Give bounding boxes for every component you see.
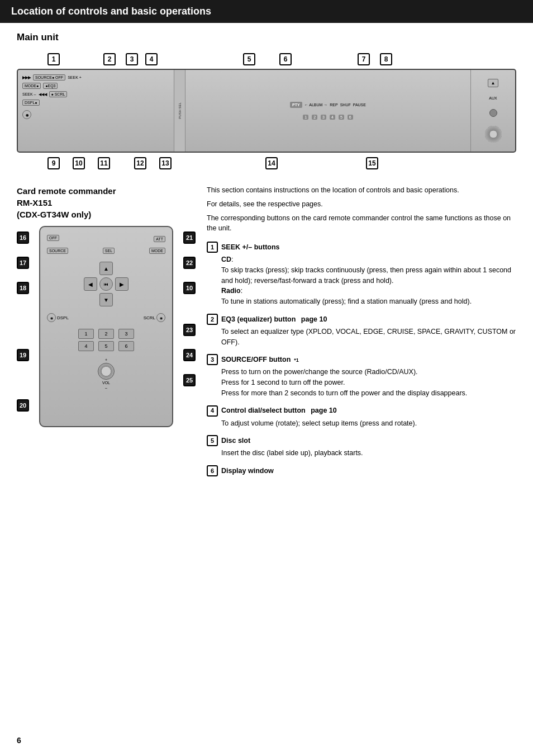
callout-15: 15 xyxy=(366,157,378,169)
item-1-title: SEEK +/– buttons xyxy=(221,242,280,253)
main-unit-title: Main unit xyxy=(17,32,516,43)
remote-body: OFF ATT SOURCE SEL MODE xyxy=(39,226,173,427)
remote-diagram-wrapper: 16 17 18 19 20 OFF ATT xyxy=(17,226,196,427)
item-6-title: Display window xyxy=(221,466,274,476)
rc-callout-25: 25 xyxy=(183,374,196,386)
item-1-cd-label: CD xyxy=(221,256,231,263)
item-3-body: Press to turn on the power/change the so… xyxy=(221,367,516,398)
item-4-block: 4 Control dial/select button page 10 To … xyxy=(207,405,516,429)
item-1-radio-label: Radio xyxy=(221,287,241,295)
page-number: 6 xyxy=(17,736,21,745)
item-2-title: EQ3 (equalizer) button xyxy=(221,314,296,325)
callout-9: 9 xyxy=(47,157,60,169)
num-btn-2[interactable]: 2 xyxy=(98,329,114,339)
sel-btn[interactable]: SEL xyxy=(103,248,115,254)
bottom-callouts-row: 9 10 11 12 13 14 15 xyxy=(17,154,516,174)
vol-dial[interactable] xyxy=(98,363,115,380)
mode-btn[interactable]: MODE xyxy=(149,248,165,254)
item-4-header: 4 Control dial/select button page 10 xyxy=(207,405,516,417)
dpad-left[interactable]: ◀ xyxy=(84,277,97,291)
dpad-center[interactable]: ⏮ xyxy=(99,277,113,291)
rc-callout-22: 22 xyxy=(183,257,196,269)
item-1-num: 1 xyxy=(207,242,218,253)
remote-top-row: OFF ATT xyxy=(47,234,165,242)
item-2-header: 2 EQ3 (equalizer) button page 10 xyxy=(207,314,516,325)
remote-dpad: ▲ ◀ ⏮ ▶ ▼ xyxy=(47,262,165,306)
item-6-num: 6 xyxy=(207,465,218,476)
dial-button[interactable]: ◉ xyxy=(22,110,31,119)
callout-5: 5 xyxy=(243,53,255,65)
item-3-block: 3 SOURCE/OFF button*1 Press to turn on t… xyxy=(207,354,516,398)
top-callouts-row: 1 2 3 4 5 6 7 8 xyxy=(17,49,516,69)
mode-button[interactable]: MODE● xyxy=(22,83,41,89)
disc-icon xyxy=(485,126,502,143)
item-2-body: To select an equalizer type (XPLOD, VOCA… xyxy=(221,327,516,348)
off-button[interactable]: OFF xyxy=(47,235,59,241)
rc-callout-20: 20 xyxy=(17,399,29,412)
num-btn-3[interactable]: 3 xyxy=(118,329,134,339)
two-column-layout: Card remote commander RM-X151 (CDX-GT34W… xyxy=(17,185,516,483)
item-1-body: CD: To skip tracks (press); skip tracks … xyxy=(221,254,516,307)
num-btn-4[interactable]: 4 xyxy=(78,341,94,351)
source-button[interactable]: SOURCE● OFF xyxy=(33,74,65,81)
eq3-button[interactable]: ●EQ3 xyxy=(43,83,58,89)
num-btn-5[interactable]: 5 xyxy=(98,341,114,351)
callout-2: 2 xyxy=(103,53,116,65)
dspl-remote-btn[interactable]: ◉ xyxy=(47,313,56,322)
att-button[interactable]: ATT xyxy=(154,236,165,242)
item-5-title: Disc slot xyxy=(221,436,250,446)
instructions-area: This section contains instructions on th… xyxy=(207,185,516,476)
remote-number-btns: 1 2 3 4 5 6 xyxy=(47,329,165,351)
item-2-block: 2 EQ3 (equalizer) button page 10 To sele… xyxy=(207,314,516,348)
callout-14: 14 xyxy=(265,157,278,169)
dpad-down[interactable]: ▼ xyxy=(99,293,113,306)
source-btn[interactable]: SOURCE xyxy=(47,248,68,254)
callout-7: 7 xyxy=(358,53,370,65)
item-3-title: SOURCE/OFF button xyxy=(221,355,291,365)
item-1-block: 1 SEEK +/– buttons CD: To skip tracks (p… xyxy=(207,242,516,307)
remote-dspl-scrl-row: ◉ DSPL SCRL ◉ xyxy=(47,313,165,322)
item-5-num: 5 xyxy=(207,435,218,446)
callout-6: 6 xyxy=(279,53,292,65)
callout-3: 3 xyxy=(126,53,138,65)
item-4-num: 4 xyxy=(207,405,218,417)
item-6-header: 6 Display window xyxy=(207,465,516,476)
scrl-button[interactable]: ● SCRL xyxy=(49,91,68,97)
eject-button[interactable]: ▲ xyxy=(488,79,499,87)
callout-1: 1 xyxy=(47,53,60,65)
item-5-header: 5 Disc slot xyxy=(207,435,516,446)
remote-title: Card remote commander RM-X151 (CDX-GT34W… xyxy=(17,185,196,220)
rc-callout-16: 16 xyxy=(17,231,29,244)
intro-p2: For details, see the respective pages. xyxy=(207,199,516,210)
item-3-num: 3 xyxy=(207,354,218,365)
dpad-right[interactable]: ▶ xyxy=(115,277,129,291)
scrl-remote-btn[interactable]: ◉ xyxy=(156,313,165,322)
right-column: This section contains instructions on th… xyxy=(207,185,516,483)
item-5-block: 5 Disc slot Insert the disc (label side … xyxy=(207,435,516,459)
num-btn-6[interactable]: 6 xyxy=(118,341,134,351)
unit-center: PTY ← ALBUM → REP SHUF PAUSE 1 2 3 4 5 6 xyxy=(185,70,470,152)
dpad-up[interactable]: ▲ xyxy=(99,262,113,275)
item-4-title: Control dial/select button xyxy=(221,405,306,416)
remote-second-row: SOURCE SEL MODE xyxy=(47,248,165,254)
unit-left-controls: ▶▶▶ SOURCE● OFF SEEK + MODE● ●EQ3 SEEK –… xyxy=(18,70,174,152)
dspl-button[interactable]: DSPL● xyxy=(22,100,40,106)
main-unit-box: ▶▶▶ SOURCE● OFF SEEK + MODE● ●EQ3 SEEK –… xyxy=(17,69,516,153)
callout-13: 13 xyxy=(159,157,172,169)
unit-right-controls: ▲ AUX xyxy=(470,70,515,152)
rc-callout-18: 18 xyxy=(17,282,29,294)
callout-10: 10 xyxy=(73,157,85,169)
item-3-header: 3 SOURCE/OFF button*1 xyxy=(207,354,516,365)
callout-8: 8 xyxy=(380,53,392,65)
push-sel-area: PUSH SEL xyxy=(174,70,185,152)
rc-callout-21: 21 xyxy=(183,231,196,244)
rc-callout-24: 24 xyxy=(183,349,196,361)
item-4-body: To adjust volume (rotate); select setup … xyxy=(221,418,516,429)
rc-callout-10b: 10 xyxy=(183,282,196,294)
callout-4: 4 xyxy=(145,53,158,65)
left-column: Card remote commander RM-X151 (CDX-GT34W… xyxy=(17,185,196,483)
intro-p3: The corresponding buttons on the card re… xyxy=(207,213,516,234)
num-btn-1[interactable]: 1 xyxy=(78,329,94,339)
remote-vol-area: + VOL – xyxy=(47,358,165,390)
aux-port[interactable] xyxy=(489,109,497,117)
